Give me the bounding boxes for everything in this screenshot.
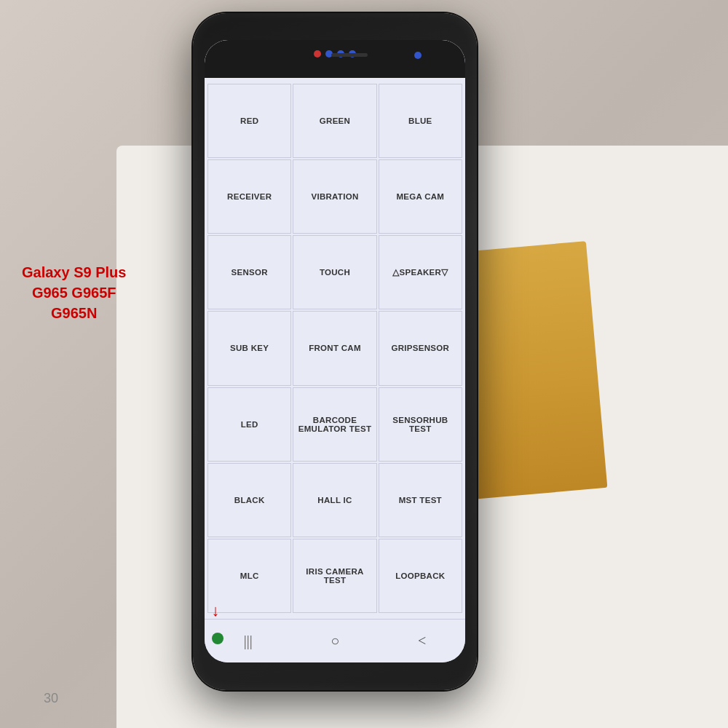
phone-label-line3: G965N (51, 305, 97, 321)
menu-cell-touch[interactable]: TOUCH (293, 235, 376, 309)
nav-home-button[interactable]: ○ (331, 633, 339, 649)
red-arrow-indicator: ↓ (205, 601, 226, 620)
menu-cell-label-green: GREEN (320, 116, 350, 125)
menu-cell-label-mega-cam: MEGA CAM (396, 192, 444, 201)
menu-cell-label-sensorhub-test: SENSORHUB TEST (384, 416, 457, 433)
menu-cell-vibration[interactable]: VIBRATION (293, 159, 376, 234)
menu-cell-label-receiver: RECEIVER (227, 192, 272, 201)
menu-cell-gripsensor[interactable]: GRIPSENSOR (379, 311, 462, 385)
speaker-bar (331, 53, 368, 57)
photo-number: 30 (44, 691, 58, 706)
menu-cell-green[interactable]: GREEN (293, 84, 376, 158)
menu-cell-iris-camera-test[interactable]: IRIS CAMERA TEST (293, 539, 376, 613)
menu-cell-label-touch: TOUCH (320, 268, 350, 277)
menu-cell-receiver[interactable]: RECEIVER (207, 159, 291, 234)
menu-cell-label-led: LED (241, 420, 258, 429)
menu-cell-hall-ic[interactable]: HALL IC (293, 463, 376, 537)
nav-recent-button[interactable]: ||| (244, 633, 253, 649)
phone-top-bar (205, 40, 465, 78)
menu-cell-black[interactable]: BLACK (207, 463, 291, 537)
green-dot-indicator (212, 633, 223, 644)
menu-cell-label-sensor: SENSOR (231, 268, 267, 277)
screen-content: REDGREENBLUERECEIVERVIBRATIONMEGA CAMSEN… (205, 40, 465, 662)
menu-cell-label-red: RED (240, 116, 258, 125)
phone-label: Galaxy S9 Plus G965 G965F G965N (22, 262, 126, 323)
menu-cell-mst-test[interactable]: MST TEST (379, 463, 462, 537)
menu-cell-label-hall-ic: HALL IC (317, 496, 352, 505)
menu-cell-barcode-emulator-test[interactable]: BARCODE EMULATOR TEST (293, 387, 376, 462)
menu-cell-sub-key[interactable]: SUB KEY (207, 311, 291, 385)
menu-cell-label-speaker: △SPEAKER▽ (392, 267, 448, 277)
front-camera-dot (414, 52, 422, 59)
dot-red (314, 50, 321, 58)
phone-label-line1: Galaxy S9 Plus (22, 264, 126, 280)
phone-screen: REDGREENBLUERECEIVERVIBRATIONMEGA CAMSEN… (205, 40, 465, 662)
nav-back-button[interactable]: < (418, 633, 426, 649)
menu-cell-red[interactable]: RED (207, 84, 291, 158)
menu-cell-label-blue: BLUE (408, 116, 432, 125)
menu-cell-front-cam[interactable]: FRONT CAM (293, 311, 376, 385)
phone-label-line2: G965 G965F (32, 285, 116, 301)
menu-cell-sensor[interactable]: SENSOR (207, 235, 291, 309)
menu-cell-label-vibration: VIBRATION (311, 192, 358, 201)
menu-cell-label-mst-test: MST TEST (399, 496, 442, 505)
menu-cell-mega-cam[interactable]: MEGA CAM (379, 159, 462, 234)
menu-cell-led[interactable]: LED (207, 387, 291, 462)
menu-cell-label-iris-camera-test: IRIS CAMERA TEST (298, 567, 371, 585)
phone-nav-bar: ||| ○ < (205, 619, 465, 662)
menu-cell-label-front-cam: FRONT CAM (309, 344, 361, 352)
test-menu: REDGREENBLUERECEIVERVIBRATIONMEGA CAMSEN… (205, 78, 465, 619)
menu-cell-label-gripsensor: GRIPSENSOR (391, 344, 449, 352)
menu-cell-sensorhub-test[interactable]: SENSORHUB TEST (379, 387, 462, 462)
menu-cell-label-black: BLACK (234, 496, 265, 505)
menu-cell-label-barcode-emulator-test: BARCODE EMULATOR TEST (298, 416, 371, 433)
menu-cell-blue[interactable]: BLUE (379, 84, 462, 158)
menu-cell-label-sub-key: SUB KEY (230, 344, 269, 352)
menu-cell-loopback[interactable]: LOOPBACK (379, 539, 462, 613)
menu-cell-label-loopback: LOOPBACK (395, 571, 445, 580)
menu-cell-speaker[interactable]: △SPEAKER▽ (379, 235, 462, 309)
menu-cell-label-mlc: MLC (240, 571, 259, 580)
